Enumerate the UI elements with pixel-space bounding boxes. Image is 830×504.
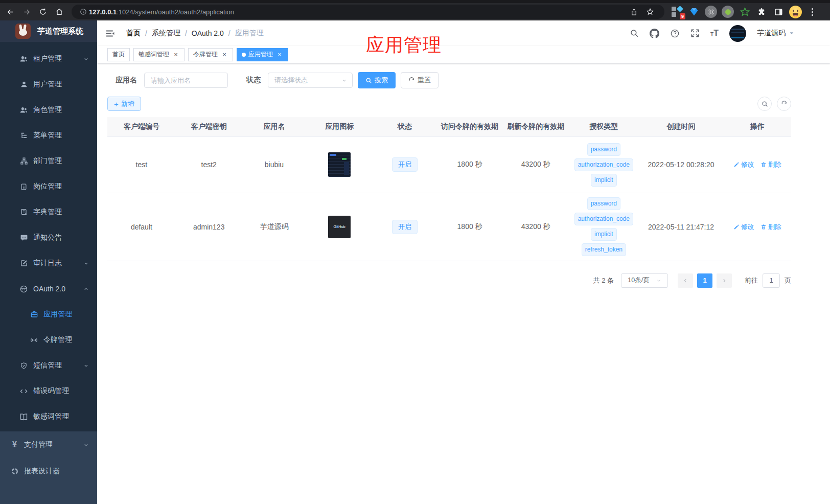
- sidebar-item-role[interactable]: 角色管理: [0, 97, 97, 123]
- sidebar-logo[interactable]: 芋道管理系统: [0, 20, 97, 42]
- gem-extension-icon[interactable]: [687, 5, 701, 18]
- breadcrumb-system[interactable]: 系统管理: [152, 29, 180, 38]
- open-book-icon: [19, 413, 28, 421]
- share-icon[interactable]: [626, 4, 642, 19]
- browser-menu-icon[interactable]: [805, 5, 819, 18]
- sidebar-item-menu[interactable]: 菜单管理: [0, 123, 97, 148]
- tab-home[interactable]: 首页: [107, 48, 130, 61]
- refresh-table-button[interactable]: [777, 97, 791, 111]
- app-icon-thumbnail[interactable]: GitHub: [328, 216, 351, 238]
- extensions-puzzle-icon[interactable]: [755, 5, 768, 18]
- fullscreen-icon[interactable]: [690, 29, 700, 38]
- message-icon: [19, 234, 28, 242]
- browser-home-button[interactable]: [51, 4, 67, 19]
- github-icon[interactable]: [650, 29, 659, 38]
- add-button[interactable]: + 新增: [107, 97, 141, 111]
- sidebar-item-notice[interactable]: 通知公告: [0, 225, 97, 250]
- edit-pencil-icon: [733, 224, 740, 230]
- browser-back-button[interactable]: [2, 4, 18, 19]
- address-bar[interactable]: 127.0.0.1:1024/system/oauth2/oauth2/appl…: [72, 5, 664, 19]
- table-row: default admin123 芋道源码 GitHub 开启 1800 秒 4…: [107, 193, 791, 261]
- broadcast-icon: [30, 336, 38, 345]
- sidebar-item-audit-log[interactable]: 审计日志: [0, 250, 97, 276]
- browser-forward-button[interactable]: [18, 4, 35, 19]
- grant-tag: refresh_token: [582, 243, 626, 256]
- reset-button[interactable]: 重置: [401, 72, 439, 88]
- page-size-select[interactable]: 10条/页: [621, 273, 668, 288]
- create-time-cell: 2022-05-11 21:47:12: [639, 193, 724, 261]
- sidebar-item-oauth2-application[interactable]: 应用管理: [0, 302, 97, 327]
- sidebar-item-oauth2-token[interactable]: 令牌管理: [0, 327, 97, 353]
- grant-tag: implicit: [591, 228, 617, 241]
- goto-page-input[interactable]: [763, 273, 780, 288]
- status-label: 状态: [246, 76, 261, 85]
- delete-button[interactable]: 删除: [760, 160, 781, 169]
- sidebar-item-oauth2[interactable]: OAuth 2.0: [0, 276, 97, 302]
- breadcrumb-current: 应用管理: [235, 29, 264, 38]
- sidebar-toggle-icon[interactable]: [105, 29, 115, 38]
- search-button[interactable]: 搜索: [358, 72, 396, 88]
- status-select[interactable]: 请选择状态: [268, 73, 353, 88]
- sidebar: 芋道管理系统 租户管理 用户管理 角色管理 菜单管理 部门管理: [0, 20, 97, 504]
- header-search-icon[interactable]: [630, 29, 639, 38]
- grant-types-cell: password authorization_code implicit ref…: [569, 193, 638, 261]
- chevron-up-icon: [83, 286, 89, 292]
- sidebar-item-post[interactable]: 岗位管理: [0, 174, 97, 199]
- site-info-icon[interactable]: [78, 4, 89, 19]
- sidebar-item-sms[interactable]: 短信管理: [0, 353, 97, 378]
- font-size-icon[interactable]: TT: [710, 29, 719, 37]
- app-name-input[interactable]: [144, 73, 228, 88]
- sidebar-item-pay[interactable]: ¥ 支付管理: [0, 431, 97, 458]
- breadcrumb-oauth2[interactable]: OAuth 2.0: [192, 29, 224, 37]
- side-panel-icon[interactable]: [772, 5, 785, 18]
- edit-button[interactable]: 修改: [733, 160, 754, 169]
- user-menu[interactable]: 芋道源码: [757, 29, 794, 38]
- sidebar-item-error-code[interactable]: 错误码管理: [0, 378, 97, 404]
- command-extension-icon[interactable]: [704, 5, 718, 18]
- users-icon: [19, 106, 28, 114]
- bookmark-star-icon[interactable]: [642, 4, 658, 19]
- current-page-button[interactable]: 1: [697, 273, 712, 288]
- browser-extensions: 9: [671, 5, 819, 18]
- trash-icon: [760, 162, 767, 168]
- prev-page-button[interactable]: [678, 273, 693, 288]
- sidebar-item-dept[interactable]: 部门管理: [0, 148, 97, 174]
- tab-sensitive-word[interactable]: 敏感词管理 ×: [133, 48, 185, 61]
- sidebar-item-tenant[interactable]: 租户管理: [0, 46, 97, 72]
- devtools-extension-icon[interactable]: 9: [671, 5, 684, 18]
- filter-form: 应用名 状态 请选择状态 搜索 重置: [107, 72, 791, 88]
- robot-icon: [19, 285, 28, 293]
- sidebar-item-dict[interactable]: 字典管理: [0, 199, 97, 225]
- delete-button[interactable]: 删除: [760, 222, 781, 232]
- sidebar-item-sensitive-word[interactable]: 敏感词管理: [0, 404, 97, 429]
- tab-application[interactable]: 应用管理 ×: [237, 48, 288, 61]
- chevron-down-icon: [341, 78, 347, 83]
- url-host: 127.0.0.1: [89, 8, 117, 16]
- help-icon[interactable]: [670, 29, 680, 38]
- browser-reload-button[interactable]: [35, 4, 51, 19]
- tab-token[interactable]: 令牌管理 ×: [188, 48, 233, 61]
- username: 芋道源码: [757, 29, 786, 38]
- next-page-button[interactable]: [717, 273, 732, 288]
- access-ttl-cell: 1800 秒: [437, 193, 502, 261]
- user-avatar[interactable]: [729, 25, 746, 42]
- grant-tag: password: [587, 197, 620, 210]
- chevron-down-icon: [83, 56, 89, 62]
- navbar-actions: TT 芋道源码: [630, 25, 794, 42]
- grant-tag: authorization_code: [574, 158, 633, 171]
- sidebar-item-report-designer[interactable]: 报表设计器: [0, 458, 97, 485]
- breadcrumb-home[interactable]: 首页: [126, 29, 141, 38]
- edit-button[interactable]: 修改: [733, 222, 754, 232]
- recorder-extension-icon[interactable]: [721, 5, 734, 18]
- close-icon[interactable]: ×: [276, 51, 283, 58]
- star-extension-icon[interactable]: [738, 5, 751, 18]
- profile-avatar-icon[interactable]: [789, 5, 802, 18]
- close-icon[interactable]: ×: [221, 51, 228, 58]
- table-header-row: 客户端编号 客户端密钥 应用名 应用图标 状态 访问令牌的有效期 刷新令牌的有效…: [107, 117, 791, 136]
- close-icon[interactable]: ×: [172, 51, 179, 58]
- sidebar-item-user[interactable]: 用户管理: [0, 72, 97, 97]
- shield-check-icon: [19, 361, 28, 370]
- refresh-icon: [408, 77, 415, 84]
- toggle-search-button[interactable]: [757, 97, 772, 111]
- app-icon-thumbnail[interactable]: [328, 152, 351, 177]
